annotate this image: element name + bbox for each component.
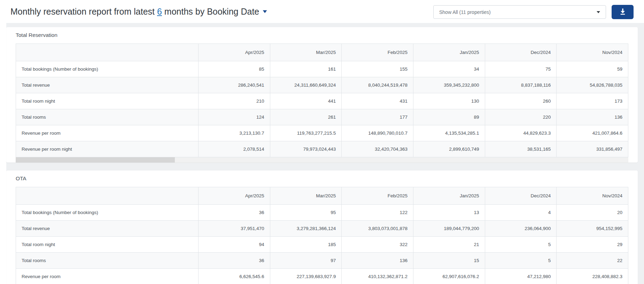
cell-value: 227,139,683,927.9 xyxy=(270,269,342,284)
cell-value: 3,803,073,001,878 xyxy=(342,221,413,237)
cell-value: 3,213,130.7 xyxy=(198,125,270,141)
cell-value: 20 xyxy=(557,205,628,221)
cell-value: 2,078,514 xyxy=(198,141,270,157)
cell-value: 8,040,244,519,478 xyxy=(342,77,413,93)
section-ota: OTA Apr/2025Mar/2025Feb/2025Jan/2025Dec/… xyxy=(6,171,638,284)
column-header-month: Nov/2024 xyxy=(557,187,628,205)
column-header-month: Dec/2024 xyxy=(485,44,557,61)
cell-value: 22 xyxy=(557,253,628,269)
cell-value: 79,973,024,443 xyxy=(270,141,342,157)
table-row: Total rooms12426117789220136 xyxy=(16,109,628,125)
cell-value: 136 xyxy=(342,253,413,269)
table-header-row: Apr/2025Mar/2025Feb/2025Jan/2025Dec/2024… xyxy=(16,187,628,205)
row-label: Total rooms xyxy=(16,253,199,269)
column-header-month: Dec/2024 xyxy=(485,187,557,205)
table-row: Total rooms369713615522 xyxy=(16,253,628,269)
table-row: Revenue per room6,626,545.6227,139,683,9… xyxy=(16,269,628,284)
cell-value: 148,890,780,010.7 xyxy=(342,125,413,141)
cell-value: 173 xyxy=(557,93,628,109)
horizontal-scrollbar-thumb[interactable] xyxy=(16,157,175,163)
column-header-empty xyxy=(16,187,199,205)
column-header-month: Apr/2025 xyxy=(198,44,270,61)
row-label: Total bookings (Number of bookings) xyxy=(16,205,199,221)
cell-value: 220 xyxy=(485,109,557,125)
column-header-month: Nov/2024 xyxy=(557,44,628,61)
cell-value: 185 xyxy=(270,237,342,253)
horizontal-scrollbar[interactable] xyxy=(16,157,628,163)
section-total-reservation: Total Reservation Apr/2025Mar/2025Feb/20… xyxy=(6,27,638,163)
cell-value: 36 xyxy=(198,205,270,221)
page-title-prefix: Monthly reservation report from latest xyxy=(10,7,157,17)
cell-value: 331,856,497 xyxy=(557,141,628,157)
row-label: Total room night xyxy=(16,93,199,109)
property-filter-select[interactable]: Show All (11 properties) xyxy=(433,5,606,19)
column-header-month: Mar/2025 xyxy=(270,187,342,205)
table-row: Revenue per room night2,078,51479,973,02… xyxy=(16,141,628,157)
cell-value: 122 xyxy=(342,205,413,221)
cell-value: 189,044,779,200 xyxy=(413,221,485,237)
cell-value: 119,763,277,215.5 xyxy=(270,125,342,141)
cell-value: 2,899,610,749 xyxy=(413,141,485,157)
column-header-month: Mar/2025 xyxy=(270,44,342,61)
column-header-month: Jan/2025 xyxy=(413,187,485,205)
column-header-empty xyxy=(16,44,199,61)
cell-value: 954,152,995 xyxy=(557,221,628,237)
row-label: Revenue per room xyxy=(16,269,199,284)
row-label: Total rooms xyxy=(16,109,199,125)
download-icon xyxy=(619,8,627,16)
cell-value: 286,240,541 xyxy=(198,77,270,93)
cell-value: 4,135,534,285.1 xyxy=(413,125,485,141)
column-header-month: Apr/2025 xyxy=(198,187,270,205)
cell-value: 13 xyxy=(413,205,485,221)
cell-value: 410,132,362,871.2 xyxy=(342,269,413,284)
table-row: Total revenue286,240,54124,311,660,649,3… xyxy=(16,77,628,93)
page-title: Monthly reservation report from latest 6… xyxy=(10,0,267,23)
cell-value: 37,951,470 xyxy=(198,221,270,237)
months-count-link[interactable]: 6 xyxy=(157,7,162,17)
cell-value: 4 xyxy=(485,205,557,221)
cell-value: 75 xyxy=(485,61,557,77)
download-button[interactable] xyxy=(612,5,634,19)
cell-value: 236,064,900 xyxy=(485,221,557,237)
table-row: Revenue per room3,213,130.7119,763,277,2… xyxy=(16,125,628,141)
cell-value: 21 xyxy=(413,237,485,253)
cell-value: 36 xyxy=(198,253,270,269)
cell-value: 89 xyxy=(413,109,485,125)
table-row: Total bookings (Number of bookings)36951… xyxy=(16,205,628,221)
cell-value: 322 xyxy=(342,237,413,253)
cell-value: 15 xyxy=(413,253,485,269)
table-row: Total revenue37,951,4703,279,281,366,124… xyxy=(16,221,628,237)
cell-value: 59 xyxy=(557,61,628,77)
cell-value: 85 xyxy=(198,61,270,77)
cell-value: 5 xyxy=(485,253,557,269)
cell-value: 94 xyxy=(198,237,270,253)
cell-value: 29 xyxy=(557,237,628,253)
section-title: OTA xyxy=(16,171,628,182)
cell-value: 5 xyxy=(485,237,557,253)
select-chevron-down-icon xyxy=(597,11,600,13)
cell-value: 177 xyxy=(342,109,413,125)
report-header-bar: Monthly reservation report from latest 6… xyxy=(0,0,644,23)
row-label: Total revenue xyxy=(16,77,199,93)
section-title: Total Reservation xyxy=(16,27,628,38)
cell-value: 34 xyxy=(413,61,485,77)
cell-value: 95 xyxy=(270,205,342,221)
cell-value: 261 xyxy=(270,109,342,125)
column-header-month: Jan/2025 xyxy=(413,44,485,61)
cell-value: 130 xyxy=(413,93,485,109)
cell-value: 124 xyxy=(198,109,270,125)
chevron-down-icon[interactable] xyxy=(263,10,267,13)
cell-value: 24,311,660,649,324 xyxy=(270,77,342,93)
cell-value: 441 xyxy=(270,93,342,109)
cell-value: 421,007,864.6 xyxy=(557,125,628,141)
column-header-month: Feb/2025 xyxy=(342,44,413,61)
cell-value: 210 xyxy=(198,93,270,109)
cell-value: 62,907,616,076.2 xyxy=(413,269,485,284)
cell-value: 228,408,882.3 xyxy=(557,269,628,284)
cell-value: 359,345,232,800 xyxy=(413,77,485,93)
cell-value: 54,826,788,035 xyxy=(557,77,628,93)
table-row: Total room night9418532221529 xyxy=(16,237,628,253)
cell-value: 3,279,281,366,124 xyxy=(270,221,342,237)
table-row: Total room night210441431130260173 xyxy=(16,93,628,109)
page-title-suffix: months by Booking Date xyxy=(162,7,259,17)
